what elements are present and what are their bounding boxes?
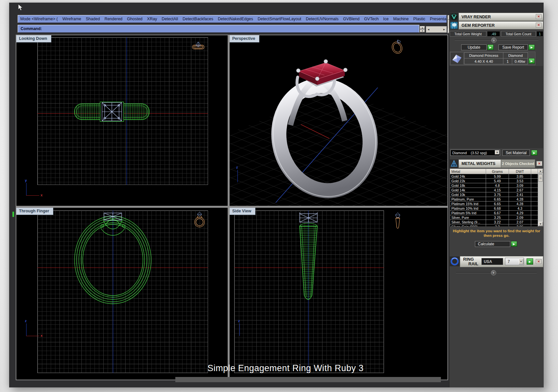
table-row[interactable]: Silver, Coin (900)3.22.06 — [450, 224, 538, 227]
ring-rail-icon — [450, 256, 460, 266]
table-row[interactable]: Silver, Pure3.252.09 — [450, 215, 538, 220]
col-grams[interactable]: Grams — [486, 169, 509, 174]
ring-standard-field[interactable]: USA — [481, 258, 503, 265]
menu-item[interactable]: Plastic — [413, 17, 426, 21]
menu-item[interactable]: DetectAll — [162, 17, 178, 21]
ring-orientation-icon — [391, 211, 404, 231]
gem-report-area — [449, 66, 544, 148]
ring-orientation-icon — [191, 41, 205, 54]
spin-up-icon[interactable]: ▲ — [420, 26, 425, 29]
table-row[interactable]: Platinum 10% Irid6.684.3 — [450, 206, 538, 211]
set-material-button[interactable]: Set Material — [502, 150, 530, 156]
command-scrollbar[interactable]: ◄ ► — [426, 26, 447, 33]
gem-reporter-icon — [450, 21, 458, 29]
menu-item[interactable]: GVTech — [364, 17, 378, 21]
ring-rail-close-button[interactable]: ✕ — [536, 259, 542, 264]
table-row[interactable]: Gold 18k4.83.09 — [450, 183, 538, 188]
command-bar[interactable]: Command: — [18, 25, 419, 33]
ring-rail-go-button[interactable]: ▶ — [527, 258, 533, 265]
ring-orientation-icon — [390, 38, 405, 55]
ring-wireframe-top — [16, 35, 228, 206]
metal-weights-icon — [450, 159, 458, 168]
table-row[interactable]: Gold 10k3.752.41 — [450, 192, 538, 197]
scene-caption: Simple Engagement Ring With Ruby 3 — [194, 363, 377, 373]
menu-item[interactable]: GVBlend — [343, 17, 359, 21]
table-scroll-up-icon[interactable]: ▲ — [538, 169, 543, 173]
note-line-1: Highlight the item you want to find the … — [450, 229, 543, 233]
viewport-container: y x Looking Down — [16, 35, 448, 380]
viewport-side-view[interactable]: z Side View — [230, 208, 447, 380]
gem-row-go-button[interactable]: ▶ — [529, 58, 535, 64]
col-metal[interactable]: Metal — [450, 169, 486, 174]
table-row[interactable]: Gold 14k4.152.67 — [450, 188, 538, 192]
metal-table-scrollbar[interactable]: ▲ ☰ ▼ — [538, 169, 543, 226]
viewport-label[interactable]: Perspective — [230, 35, 259, 42]
vray-panel-header[interactable]: VRAY RENDER — [459, 13, 543, 21]
command-spinner[interactable]: ▲ ▼ — [420, 26, 425, 33]
gem-slider-thumb[interactable]: ▲ — [491, 38, 497, 43]
right-panel: VRAY RENDER ✕ GEM REPORTER ✕ Total Gem W… — [449, 12, 543, 387]
ring-rail-title-top: RING — [463, 257, 474, 262]
metal-weights-header[interactable]: METAL WEIGHTS — [459, 159, 501, 168]
table-row[interactable]: Platinum 5% Irid6.674.29 — [450, 211, 538, 215]
menu-item[interactable]: Mode <Wireframe> ( — [20, 17, 58, 21]
viewport-through-finger[interactable]: z x Through Finger — [16, 208, 228, 380]
metal-weights-close-button[interactable]: ✕ — [536, 161, 542, 166]
menu-item[interactable]: Ghosted — [127, 17, 142, 21]
table-row[interactable]: Platinum 15% Irid6.654.28 — [450, 202, 538, 206]
scroll-left-icon[interactable]: ◄ — [427, 28, 430, 31]
menu-item[interactable]: Presentation — [430, 17, 447, 21]
scroll-right-icon[interactable]: ► — [443, 28, 445, 31]
gem-diamond-icon — [450, 52, 463, 65]
viewport-perspective[interactable]: z Perspective — [230, 35, 447, 206]
total-gem-count-value: 1 — [536, 31, 543, 37]
viewport-label[interactable]: Through Finger — [16, 208, 53, 215]
total-gem-count-label: Total Gem Count — [501, 31, 536, 37]
col-dwt[interactable]: DWT — [509, 169, 531, 174]
gem-reporter-title: GEM REPORTER — [462, 23, 495, 28]
calculate-go-button[interactable]: ▶ — [511, 241, 517, 247]
vray-panel-title: VRAY RENDER — [462, 15, 491, 19]
gem-slider-track[interactable] — [455, 40, 538, 41]
save-report-go-button[interactable]: ▶ — [529, 44, 535, 50]
save-report-button[interactable]: Save Report — [498, 44, 528, 50]
menu-item[interactable]: Ice — [383, 17, 389, 21]
metal-weights-title: METAL WEIGHTS — [462, 161, 496, 166]
menu-item[interactable]: XRay — [147, 17, 157, 21]
ring-wireframe-side — [230, 208, 447, 380]
update-go-button[interactable]: ▶ — [487, 44, 494, 50]
set-material-go-button[interactable]: ▶ — [531, 150, 537, 155]
table-row[interactable]: Platinum, Pure6.654.28 — [450, 197, 538, 202]
col-blank — [531, 169, 538, 174]
viewport-label[interactable]: Side View — [230, 208, 255, 215]
table-row[interactable]: Gold 22k5.493.53 — [450, 179, 538, 183]
menu-item[interactable]: DetectUVNormals — [306, 17, 339, 21]
mouse-cursor-icon — [18, 4, 24, 11]
viewport-looking-down[interactable]: y x Looking Down — [16, 35, 228, 206]
menu-item[interactable]: DetectNakedEdges — [218, 17, 253, 21]
menu-item[interactable]: Machine — [393, 17, 409, 21]
ring-size-select-arrow-icon[interactable]: ▼ — [519, 259, 523, 264]
viewport-label[interactable]: Looking Down — [16, 35, 51, 42]
menu-item[interactable]: Shaded — [86, 17, 100, 21]
menu-item[interactable]: Wireframe — [62, 17, 81, 21]
menu-item[interactable]: DetectBackfaces — [183, 17, 213, 21]
table-scroll-down-icon[interactable]: ▼ — [538, 222, 543, 226]
calculate-button[interactable]: Calculate — [475, 241, 510, 247]
vray-close-button[interactable]: ✕ — [536, 14, 542, 19]
material-select[interactable]: Diamond (3.52 spg) — [450, 150, 500, 156]
table-row[interactable]: Silver, Sterling (9...3.222.07 — [450, 220, 538, 224]
menu-item[interactable]: DetectSmartFlowLayout — [258, 17, 301, 21]
gem-reporter-header[interactable]: GEM REPORTER — [459, 21, 543, 29]
ring-rail-slider-thumb[interactable]: ▼ — [491, 270, 496, 275]
table-scroll-thumb[interactable]: ☰ — [538, 174, 543, 182]
update-button[interactable]: Update — [461, 44, 487, 50]
spin-down-icon[interactable]: ▼ — [420, 29, 425, 32]
metal-weights-note: Highlight the item you want to find the … — [450, 229, 543, 238]
table-row[interactable]: Gold 24k5.993.85 — [450, 174, 538, 179]
ring-rail-slider-track[interactable] — [456, 272, 537, 273]
material-select-arrow-icon[interactable]: ▼ — [495, 150, 499, 155]
gem-weight-cell: 0.49tw — [512, 58, 528, 64]
gem-reporter-close-button[interactable]: ✕ — [536, 23, 542, 27]
menu-item[interactable]: Rendered — [104, 17, 122, 21]
